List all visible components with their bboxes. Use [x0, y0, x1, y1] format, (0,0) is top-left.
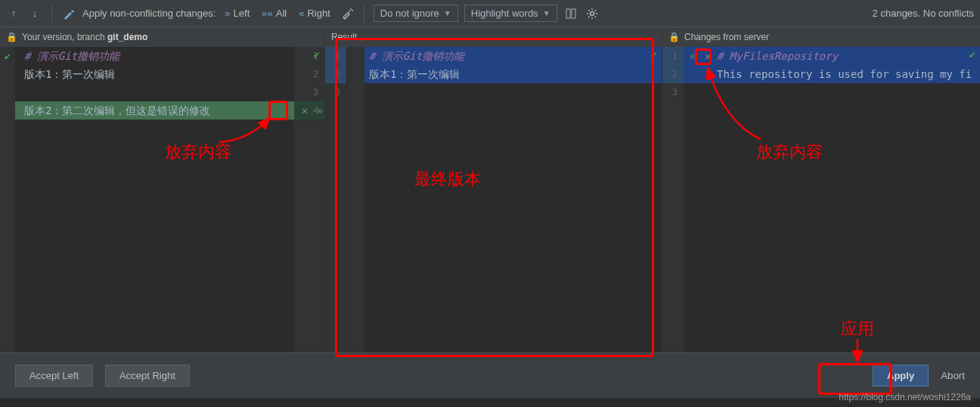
code-line: 版本1：第一次编辑	[364, 65, 662, 83]
code-line: 版本2：第二次编辑，但这是错误的修改	[15, 101, 299, 120]
left-editor[interactable]: ✔ # 演示Git撤销功能 版本1：第一次编辑 版本2：第二次编辑，但这是错误的…	[0, 47, 324, 353]
code-line: # MyFilesRepository	[684, 47, 980, 65]
checkmark-icon: ✔	[651, 48, 657, 61]
watermark: https://blog.csdn.net/woshi1226a	[839, 392, 971, 402]
next-change-icon[interactable]: ↓	[27, 6, 42, 21]
left-title: Your version, branch git_demo	[22, 32, 147, 42]
apply-right-button[interactable]: «Right	[296, 6, 333, 20]
magic-wand-icon[interactable]	[61, 6, 76, 21]
prev-change-icon[interactable]: ↑	[6, 6, 21, 21]
left-pane-header: 🔒 Your version, branch git_demo	[0, 27, 324, 47]
apply-left-button[interactable]: »Left	[222, 6, 253, 20]
code-line: # 演示Git撤销功能	[24, 47, 294, 65]
checkmark-icon: ✔	[969, 48, 975, 61]
reject-change-icon[interactable]: ✕	[297, 103, 312, 118]
right-title: Changes from server	[684, 32, 769, 42]
accept-left-button[interactable]: Accept Left	[15, 365, 93, 387]
lock-icon: 🔒	[6, 32, 17, 42]
gear-icon[interactable]	[585, 6, 600, 21]
code-line: 版本1：第一次编辑	[24, 65, 294, 83]
right-editor[interactable]: 1 2 3 « ✕ # MyFilesRepository This repos…	[662, 47, 980, 353]
right-gutter: 1 2 3	[662, 47, 684, 353]
merge-toolbar: ↑ ↓ Apply non-conflicting changes: »Left…	[0, 0, 980, 27]
accept-change-icon[interactable]: «	[685, 48, 700, 64]
svg-rect-0	[566, 9, 570, 18]
chevron-down-icon: ▼	[444, 9, 451, 17]
merge-panes: 🔒 Your version, branch git_demo ✔ # 演示Gi…	[0, 27, 980, 353]
line-actions: ✕ »	[297, 101, 327, 120]
result-title: Result	[331, 32, 357, 42]
middle-pane-header: Result	[325, 27, 662, 47]
left-gutter: 1234	[294, 47, 324, 353]
accept-change-icon[interactable]: »	[312, 103, 327, 118]
highlight-dropdown[interactable]: Highlight words▼	[464, 5, 557, 22]
line-actions: « ✕	[685, 47, 715, 65]
sync-scroll-icon[interactable]	[563, 6, 578, 21]
separator	[364, 5, 364, 22]
code-line	[369, 83, 662, 101]
svg-point-2	[590, 11, 594, 15]
apply-all-button[interactable]: »«All	[259, 6, 290, 20]
chevron-down-icon: ▼	[543, 9, 550, 17]
left-pane: 🔒 Your version, branch git_demo ✔ # 演示Gi…	[0, 27, 325, 353]
code-line: # 演示Git撤销功能	[364, 47, 662, 65]
middle-editor[interactable]: 1 2 3 # 演示Git撤销功能 版本1：第一次编辑 ✔	[325, 47, 662, 353]
apply-button[interactable]: Apply	[873, 365, 929, 387]
conflict-status: 2 changes. No conflicts	[873, 8, 974, 19]
lock-icon: 🔒	[668, 32, 680, 42]
right-pane: 🔒 Changes from server 1 2 3 « ✕ # MyFile…	[662, 27, 980, 353]
reject-change-icon[interactable]: ✕	[700, 48, 715, 64]
bottom-bar: Accept Left Accept Right Apply Abort	[0, 353, 980, 398]
apply-non-conflicting-label: Apply non-conflicting changes:	[82, 8, 216, 19]
abort-button[interactable]: Abort	[941, 370, 965, 381]
code-line	[24, 83, 294, 101]
right-pane-header: 🔒 Changes from server	[662, 27, 980, 47]
separator	[51, 5, 52, 22]
code-line: This repository is used for saving my fi	[684, 65, 980, 83]
accept-right-button[interactable]: Accept Right	[105, 365, 190, 387]
middle-pane: Result 1 2 3 # 演示Git撤销功能 版本1：第一次编辑 ✔	[325, 27, 662, 353]
code-line	[717, 83, 980, 101]
middle-gutter-left: 1 2 3	[325, 47, 346, 353]
svg-rect-1	[572, 9, 575, 18]
checkmark-icon: ✔	[314, 48, 320, 61]
ignore-dropdown[interactable]: Do not ignore▼	[374, 5, 458, 22]
middle-gutter-right	[346, 47, 364, 353]
magic-resolve-icon[interactable]	[340, 6, 355, 21]
